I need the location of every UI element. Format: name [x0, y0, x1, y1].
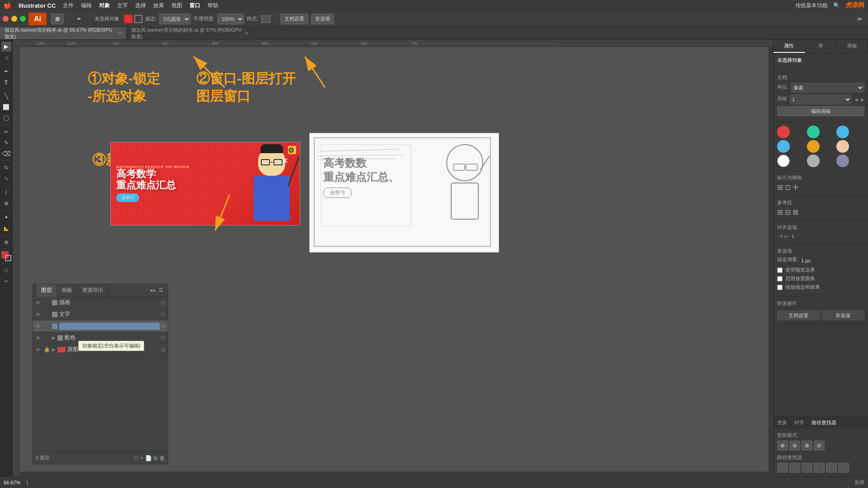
menu-text[interactable]: 文字 — [117, 2, 128, 9]
swatch-green[interactable] — [807, 126, 820, 138]
menu-window[interactable]: 窗口 — [189, 2, 200, 9]
guide-grid-icon[interactable]: ⊟ — [785, 208, 791, 216]
edit-board-btn[interactable]: 编辑画板 — [777, 106, 864, 116]
layer-to-artboard-btn[interactable]: ⬡ — [134, 455, 138, 461]
minus-back-btn[interactable] — [838, 463, 849, 473]
layer-copy-btn[interactable]: ⧉ — [154, 455, 158, 461]
menu-help[interactable]: 帮助 — [208, 2, 218, 9]
swatch-cyan[interactable] — [777, 140, 790, 153]
style-preview[interactable] — [261, 15, 271, 23]
search-icon[interactable]: 🔍 — [833, 2, 840, 9]
swatch-blue[interactable] — [836, 126, 849, 138]
merge-btn[interactable] — [802, 463, 812, 473]
align-dots-icon[interactable]: ⊡ — [785, 183, 791, 192]
tool-icon[interactable]: ✒ — [73, 14, 85, 24]
layers-tab-layers[interactable]: 图层 — [37, 284, 57, 297]
measure-tool[interactable]: 📐 — [1, 223, 11, 233]
align-right-icon[interactable]: ⊧ — [792, 233, 795, 240]
direct-select-tool[interactable]: ◁ — [1, 52, 11, 62]
apple-menu[interactable]: 🍎 — [4, 2, 11, 9]
rpanel-unit-select[interactable]: 像素 — [791, 83, 864, 93]
layer-delete-btn[interactable]: 🗑 — [160, 455, 165, 461]
rounded-corners-checkbox[interactable] — [777, 276, 783, 282]
outline-btn[interactable] — [826, 463, 837, 473]
layer-lock-original[interactable]: 🔒 — [44, 347, 50, 352]
layer-new-btn[interactable]: 📄 — [145, 455, 152, 461]
layer-add-btn[interactable]: + — [140, 455, 143, 461]
tab-2[interactable]: 描边风-banner演示稿的副本.ai @ 67% [RGB/GPU 推显] ✕ — [127, 27, 253, 39]
minus-front-btn[interactable]: ⊖ — [789, 441, 800, 450]
ellipse-tool[interactable]: ◯ — [1, 113, 11, 123]
pencil-tool[interactable]: ✎ — [1, 138, 11, 148]
scrollbar-vertical[interactable] — [769, 47, 773, 472]
layer-eye-original[interactable]: 👁 — [36, 347, 42, 352]
layer-name-input[interactable] — [59, 323, 160, 330]
stroke-select[interactable]: 3点圆形 — [159, 14, 191, 24]
layers-tab-artboards[interactable]: 画板 — [57, 284, 77, 297]
doc-settings-action-btn[interactable]: 文档设置 — [777, 310, 820, 320]
eraser-tool[interactable]: ⌫ — [1, 149, 11, 159]
tab-1-close[interactable]: ✕ — [118, 31, 122, 36]
maximize-button[interactable] — [20, 16, 26, 22]
tab-1[interactable]: 描边风-banner演示精本.ai @ 66.67% (RGB/GPU 预览) … — [0, 27, 127, 39]
swatch-white[interactable] — [777, 155, 790, 167]
blend-tool[interactable]: ⊕ — [1, 198, 11, 208]
tab-2-close[interactable]: ✕ — [245, 31, 248, 36]
swatch-purple-gray[interactable] — [836, 155, 849, 167]
eyedropper-tool[interactable]: ✦ — [1, 212, 11, 222]
align-grid-icon[interactable]: ⊞ — [777, 183, 783, 192]
guide-plus-icon[interactable]: ⊞ — [777, 208, 783, 216]
doc-settings-toolbar-btn[interactable]: 文档设置 — [280, 14, 308, 24]
preferences-toolbar-btn[interactable]: 首选项 — [311, 14, 334, 24]
board-next-icon[interactable]: ▶ — [861, 97, 864, 102]
guide-lines-icon[interactable]: ⊠ — [793, 208, 798, 216]
menu-file[interactable]: 文件 — [63, 2, 74, 9]
line-tool[interactable]: ╲ — [1, 91, 11, 101]
rect-tool[interactable]: ⬜ — [1, 102, 11, 112]
scale-tool[interactable]: ⤡ — [1, 174, 11, 183]
layer-eye-editing[interactable]: 👁 — [36, 324, 42, 329]
layer-eye-text[interactable]: 👁 — [36, 312, 42, 317]
pen-tool[interactable]: ✒ — [1, 66, 11, 76]
select-tool[interactable]: ▶ — [1, 42, 11, 52]
layer-expand-palette[interactable]: ▶ — [52, 335, 56, 340]
align-center-icon[interactable]: ⊢ — [784, 233, 790, 240]
menu-view[interactable]: 视图 — [171, 2, 182, 9]
zoom-tool[interactable]: ⊕ — [1, 237, 11, 247]
rpanel-bottom-tab-transform[interactable]: 变换 — [774, 417, 791, 428]
rpanel-tab-libraries[interactable]: 库 — [805, 40, 837, 53]
menu-edit[interactable]: 编辑 — [81, 2, 92, 9]
scrollbar-horizontal[interactable] — [20, 472, 773, 476]
fill-color[interactable] — [124, 14, 133, 23]
fill-stroke-indicator[interactable] — [1, 251, 11, 261]
board-prev-icon[interactable]: ◀ — [854, 97, 858, 102]
minimize-button[interactable] — [11, 16, 17, 22]
swatch-peach[interactable] — [836, 140, 849, 153]
paintbrush-tool[interactable]: ✏ — [1, 127, 11, 137]
crop-btn[interactable] — [814, 463, 825, 473]
artboard-tool[interactable]: ⬡ — [1, 265, 11, 275]
layer-eye-palette[interactable]: 👁 — [36, 335, 42, 341]
layers-menu-icon[interactable]: ☰ — [158, 286, 164, 294]
scale-strokes-checkbox[interactable] — [777, 285, 783, 290]
rpanel-tab-artboards[interactable]: 画板 — [836, 40, 868, 53]
layer-expand-original[interactable]: ▶ — [52, 347, 56, 352]
warp-tool[interactable]: ⌇ — [1, 188, 11, 197]
expand-icon[interactable]: ≫ — [854, 14, 865, 24]
rpanel-bottom-tab-align[interactable]: 对齐 — [791, 417, 808, 428]
stroke-color[interactable] — [134, 15, 142, 23]
swatch-red[interactable] — [777, 126, 790, 138]
layers-collapse-icon[interactable]: ◂◂ — [149, 286, 156, 294]
align-cross-icon[interactable]: ✛ — [793, 183, 798, 192]
type-tool[interactable]: T — [1, 77, 11, 87]
swatch-gray[interactable] — [807, 155, 820, 167]
rpanel-board-select[interactable]: 1 — [790, 94, 852, 104]
exclude-btn[interactable]: ⊘ — [814, 441, 825, 450]
arrangement-select[interactable]: ▦ — [51, 14, 64, 24]
menu-effect[interactable]: 效果 — [153, 2, 164, 9]
preferences-action-btn[interactable]: 首选项 — [822, 310, 865, 320]
menu-select[interactable]: 选择 — [135, 2, 146, 9]
align-left-icon[interactable]: ⊣ — [777, 233, 783, 240]
close-button[interactable] — [3, 16, 9, 22]
divide-btn[interactable] — [777, 463, 788, 473]
